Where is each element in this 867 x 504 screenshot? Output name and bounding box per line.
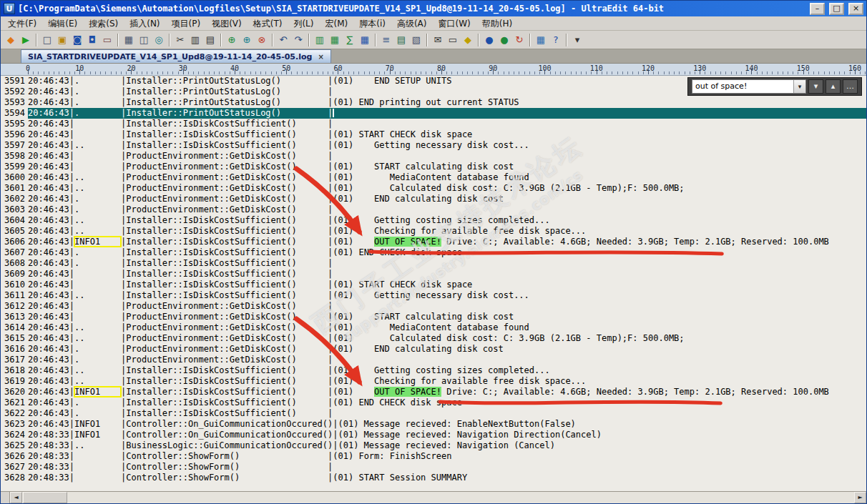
- merge-changes-button[interactable]: ⊗: [255, 33, 269, 47]
- find-button[interactable]: ◎: [152, 33, 166, 47]
- menu-item-scripting[interactable]: 脚本(i): [353, 17, 391, 30]
- log-line-3610[interactable]: 361020:46:43| |Installer::IsDiskCostSuff…: [1, 280, 866, 290]
- log-line-3598[interactable]: 359820:46:43| |ProductEnvironment::GetDi…: [1, 151, 866, 162]
- log-line-3607[interactable]: 360720:46:43|. |Installer::IsDiskCostSuf…: [1, 247, 866, 258]
- log-line-3612[interactable]: 361220:46:43| |ProductEnvironment::GetDi…: [1, 301, 866, 312]
- log-line-3613[interactable]: 361320:46:43| |ProductEnvironment::GetDi…: [1, 312, 866, 322]
- redo-button[interactable]: ↷: [291, 33, 305, 47]
- send-mail-button[interactable]: ✉: [431, 33, 445, 47]
- scroll-right-button[interactable]: ►: [854, 492, 866, 503]
- menu-item-help[interactable]: 帮助(H): [476, 17, 518, 30]
- browser-view-button[interactable]: ●: [482, 33, 496, 47]
- bookmark-button[interactable]: ◆: [461, 33, 475, 47]
- log-line-3623[interactable]: 362320:46:43|INFO1 |Controller::On_GuiCo…: [1, 419, 866, 430]
- print-preview-button[interactable]: ◫: [137, 33, 151, 47]
- menu-item-insert[interactable]: 插入(N): [124, 17, 165, 30]
- minimize-button[interactable]: –: [810, 3, 825, 15]
- menu-item-edit[interactable]: 编辑(E): [42, 17, 83, 30]
- log-line-3602[interactable]: 360220:46:43|. |ProductEnvironment::GetD…: [1, 194, 866, 204]
- log-line-3600[interactable]: 360020:46:43|.. |ProductEnvironment::Get…: [1, 172, 866, 183]
- compare-files-button[interactable]: ⊕: [225, 33, 239, 47]
- more-tools-button[interactable]: ▾: [570, 33, 584, 47]
- tag-list-button[interactable]: ▤: [394, 33, 408, 47]
- log-line-3594[interactable]: 359420:46:43|. |Installer::PrintOutStatu…: [1, 108, 866, 119]
- log-line-3603[interactable]: 360320:46:43|. |ProductEnvironment::GetD…: [1, 204, 866, 215]
- undo-button[interactable]: ↶: [276, 33, 290, 47]
- editor-area[interactable]: 359120:46:43|. |Installer::PrintOutStatu…: [1, 76, 866, 491]
- find-next-button[interactable]: ▾: [808, 79, 823, 94]
- log-line-3593[interactable]: 359320:46:43|. |Installer::PrintOutStatu…: [1, 97, 866, 108]
- log-line-3596[interactable]: 359620:46:43| |Installer::IsDiskCostSuff…: [1, 129, 866, 140]
- log-line-3608[interactable]: 360820:46:43|. |Installer::IsDiskCostSuf…: [1, 258, 866, 269]
- ue-logo-button[interactable]: ◆: [4, 33, 18, 47]
- scroll-left-button[interactable]: ◄: [10, 492, 22, 503]
- log-line-3622[interactable]: 362220:46:43|. |Installer::IsDiskCostSuf…: [1, 408, 866, 419]
- file-tab[interactable]: SIA_STARTDRIVEUPDATE_V14_SP1_Upd8@19-11-…: [21, 49, 331, 63]
- column-insert-button[interactable]: ▦: [328, 33, 342, 47]
- ftp-open-button[interactable]: ●: [497, 33, 511, 47]
- column-mode-button[interactable]: ▥: [313, 33, 327, 47]
- open-file-button[interactable]: ▣: [55, 33, 69, 47]
- find-input[interactable]: out of space!: [692, 80, 793, 93]
- log-line-3621[interactable]: 362120:46:43|. |Installer::IsDiskCostSuf…: [1, 397, 866, 408]
- find-options-button[interactable]: …: [843, 79, 858, 94]
- log-line-3601[interactable]: 360120:46:43|.. |ProductEnvironment::Get…: [1, 183, 866, 194]
- function-list-button[interactable]: ≡: [379, 33, 393, 47]
- menu-item-column[interactable]: 列(L): [288, 17, 319, 30]
- menu-item-window[interactable]: 窗口(W): [433, 17, 476, 30]
- log-line-3619[interactable]: 361920:46:43|.. |Installer::IsDiskCostSu…: [1, 376, 866, 387]
- play-macro-button[interactable]: ▶: [19, 33, 33, 47]
- menu-item-file[interactable]: 文件(F): [2, 17, 42, 30]
- log-line-3627[interactable]: 362720:48:33| |Controller::ShowForm() |: [1, 462, 866, 473]
- menu-item-macro[interactable]: 宏(M): [320, 17, 354, 30]
- find-combobox[interactable]: out of space! ▾: [692, 79, 806, 94]
- save-all-button[interactable]: ◘: [85, 33, 99, 47]
- close-file-button[interactable]: ▭: [100, 33, 114, 47]
- horizontal-scrollbar[interactable]: ◄ ►: [1, 491, 866, 503]
- copy-button[interactable]: ▥: [188, 33, 202, 47]
- log-line-3617[interactable]: 361720:46:43|. |ProductEnvironment::GetD…: [1, 355, 866, 365]
- close-button[interactable]: ×: [848, 3, 863, 15]
- compare-folders-button[interactable]: ⊕: [240, 33, 254, 47]
- log-line-3625[interactable]: 362520:48:33|.. |BusinessLogic::GuiCommu…: [1, 440, 866, 451]
- refresh-button[interactable]: ↻: [512, 33, 526, 47]
- close-tab-icon[interactable]: ×: [318, 53, 323, 61]
- log-line-3616[interactable]: 361620:46:43|. |ProductEnvironment::GetD…: [1, 344, 866, 355]
- new-file-button[interactable]: □: [40, 33, 54, 47]
- log-line-3606[interactable]: 360620:46:43|INFO1 |Installer::IsDiskCos…: [1, 237, 866, 247]
- table-view-button[interactable]: ▦: [358, 33, 372, 47]
- menu-item-view[interactable]: 视图(V): [206, 17, 248, 30]
- log-line-3614[interactable]: 361420:46:43|.. |ProductEnvironment::Get…: [1, 322, 866, 333]
- log-line-3597[interactable]: 359720:46:43|.. |Installer::IsDiskCostSu…: [1, 140, 866, 151]
- print-button[interactable]: ▦: [122, 33, 136, 47]
- cut-button[interactable]: ✂: [173, 33, 187, 47]
- help-button[interactable]: ?: [549, 33, 563, 47]
- template-list-button[interactable]: ▧: [409, 33, 423, 47]
- log-line-3604[interactable]: 360420:46:43|.. |Installer::IsDiskCostSu…: [1, 215, 866, 226]
- log-line-3628[interactable]: 362820:48:33| |Controller::ShowForm() |(…: [1, 473, 866, 483]
- grid-settings-button[interactable]: ▦: [534, 33, 548, 47]
- menu-item-advanced[interactable]: 高级(A): [391, 17, 433, 30]
- menu-item-project[interactable]: 项目(P): [166, 17, 207, 30]
- log-line-3609[interactable]: 360920:46:43| |Installer::IsDiskCostSuff…: [1, 269, 866, 280]
- column-sum-button[interactable]: ∑: [343, 33, 357, 47]
- splitter-box[interactable]: [1, 492, 10, 503]
- save-file-button[interactable]: ◙: [70, 33, 84, 47]
- menu-item-search[interactable]: 搜索(S): [83, 17, 124, 30]
- log-line-3605[interactable]: 360520:46:43|.. |Installer::IsDiskCostSu…: [1, 226, 866, 237]
- log-line-3599[interactable]: 359920:46:43| |ProductEnvironment::GetDi…: [1, 162, 866, 172]
- maximize-button[interactable]: □: [829, 3, 844, 15]
- paste-button[interactable]: ▤: [203, 33, 217, 47]
- log-line-3595[interactable]: 359520:46:43| |Installer::IsDiskCostSuff…: [1, 119, 866, 129]
- clipboard-history-button[interactable]: ▭: [446, 33, 460, 47]
- log-line-3618[interactable]: 361820:46:43|.. |Installer::IsDiskCostSu…: [1, 365, 866, 376]
- log-line-3615[interactable]: 361520:46:43|.. |ProductEnvironment::Get…: [1, 333, 866, 344]
- menu-item-format[interactable]: 格式(T): [248, 17, 288, 30]
- log-line-3611[interactable]: 361120:46:43|.. |Installer::IsDiskCostSu…: [1, 290, 866, 301]
- combo-dropdown-icon[interactable]: ▾: [793, 80, 805, 93]
- find-prev-button[interactable]: ▴: [826, 79, 841, 94]
- log-line-3624[interactable]: 362420:48:33|INFO1 |Controller::On_GuiCo…: [1, 430, 866, 440]
- log-line-3626[interactable]: 362620:48:33| |Controller::ShowForm() |(…: [1, 451, 866, 462]
- scroll-thumb[interactable]: [23, 492, 67, 503]
- log-line-3620[interactable]: 362020:46:43|INFO1 |Installer::IsDiskCos…: [1, 387, 866, 397]
